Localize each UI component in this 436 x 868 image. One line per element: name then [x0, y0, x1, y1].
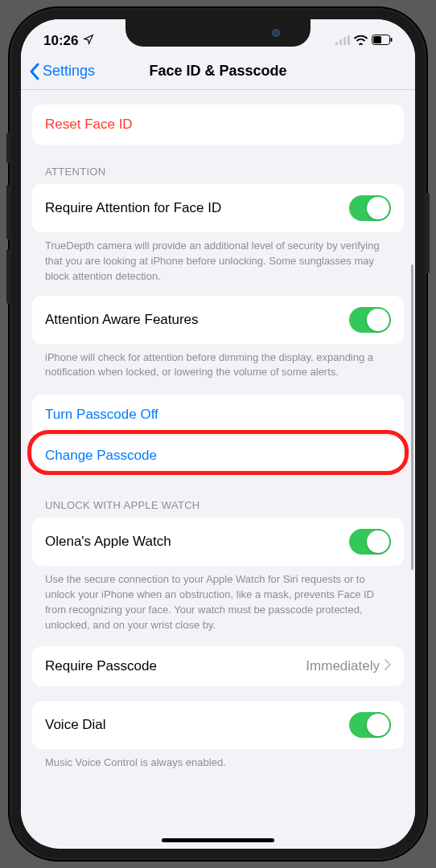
reset-face-id-label: Reset Face ID [45, 117, 133, 133]
chevron-right-icon [385, 658, 391, 674]
attention-aware-footer: iPhone will check for attention before d… [32, 344, 404, 384]
wifi-icon [354, 34, 368, 48]
attention-aware-row: Attention Aware Features [32, 296, 404, 344]
require-attention-label: Require Attention for Face ID [45, 200, 221, 216]
attention-header: ATTENTION [32, 159, 404, 184]
cell-signal-icon [335, 34, 350, 48]
require-attention-toggle[interactable] [349, 195, 391, 221]
back-button[interactable]: Settings [29, 63, 95, 80]
svg-rect-0 [335, 42, 338, 45]
apple-watch-label: Olena's Apple Watch [45, 534, 171, 550]
apple-watch-row: Olena's Apple Watch [32, 518, 404, 566]
notch [125, 19, 311, 47]
scroll-indicator [411, 264, 413, 570]
chevron-left-icon [29, 63, 40, 80]
location-arrow-icon [83, 33, 94, 49]
voice-dial-label: Voice Dial [45, 717, 106, 733]
back-label: Settings [43, 63, 95, 80]
svg-rect-2 [343, 37, 346, 45]
svg-rect-5 [373, 36, 381, 43]
voice-dial-footer: Music Voice Control is always enabled. [32, 749, 404, 774]
phone-frame: 10:26 Settings [10, 8, 426, 860]
turn-passcode-off-label: Turn Passcode Off [45, 407, 158, 423]
volume-up-button [6, 185, 10, 240]
watch-header: UNLOCK WITH APPLE WATCH [32, 493, 404, 518]
apple-watch-toggle[interactable] [349, 529, 391, 555]
require-passcode-label: Require Passcode [45, 658, 157, 674]
home-indicator[interactable] [162, 838, 274, 842]
require-attention-row: Require Attention for Face ID [32, 184, 404, 232]
require-attention-footer: TrueDepth camera will provide an additio… [32, 232, 404, 288]
side-button [426, 193, 430, 273]
svg-rect-6 [391, 38, 393, 42]
volume-down-button [6, 249, 10, 304]
require-passcode-row[interactable]: Require Passcode Immediately [32, 646, 404, 686]
nav-bar: Settings Face ID & Passcode [21, 55, 415, 90]
reset-face-id-button[interactable]: Reset Face ID [32, 104, 404, 145]
voice-dial-row: Voice Dial [32, 701, 404, 749]
watch-footer: Use the secure connection to your Apple … [32, 566, 404, 636]
battery-icon [372, 34, 393, 48]
attention-aware-toggle[interactable] [349, 307, 391, 333]
svg-rect-1 [339, 39, 342, 45]
change-passcode-button[interactable]: Change Passcode [32, 435, 404, 475]
svg-rect-3 [348, 35, 350, 45]
screen: 10:26 Settings [21, 19, 415, 849]
voice-dial-toggle[interactable] [349, 712, 391, 738]
require-passcode-value: Immediately [306, 658, 380, 674]
mute-switch [6, 133, 10, 163]
status-time: 10:26 [43, 33, 78, 49]
content-scroll[interactable]: Reset Face ID ATTENTION Require Attentio… [21, 90, 415, 845]
turn-passcode-off-button[interactable]: Turn Passcode Off [32, 395, 404, 435]
change-passcode-label: Change Passcode [45, 448, 157, 464]
attention-aware-label: Attention Aware Features [45, 312, 199, 328]
front-camera [272, 29, 280, 37]
